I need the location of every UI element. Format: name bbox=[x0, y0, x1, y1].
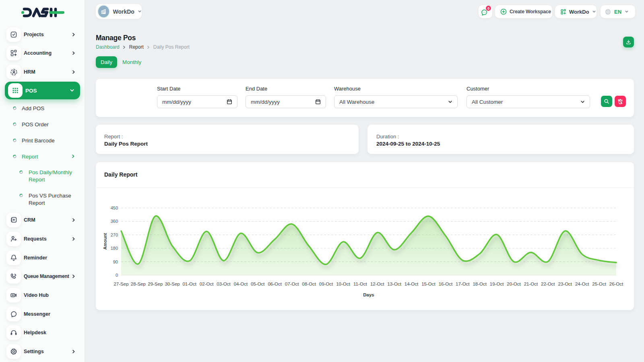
svg-text:24-Oct: 24-Oct bbox=[575, 282, 589, 286]
svg-text:01-Oct: 01-Oct bbox=[182, 282, 196, 286]
svg-text:23-Oct: 23-Oct bbox=[558, 282, 572, 286]
svg-text:04-Oct: 04-Oct bbox=[234, 282, 248, 286]
svg-text:21-Oct: 21-Oct bbox=[524, 282, 538, 286]
svg-text:18-Oct: 18-Oct bbox=[473, 282, 487, 286]
svg-text:450: 450 bbox=[111, 206, 118, 210]
svg-text:28-Sep: 28-Sep bbox=[131, 282, 146, 286]
svg-text:03-Oct: 03-Oct bbox=[217, 282, 231, 286]
svg-text:25-Oct: 25-Oct bbox=[592, 282, 606, 286]
svg-text:07-Oct: 07-Oct bbox=[285, 282, 299, 286]
svg-text:30-Sep: 30-Sep bbox=[165, 282, 180, 286]
svg-text:14-Oct: 14-Oct bbox=[405, 282, 419, 286]
svg-text:Amount: Amount bbox=[103, 233, 107, 250]
svg-text:13-Oct: 13-Oct bbox=[387, 282, 401, 286]
svg-text:27-Sep: 27-Sep bbox=[114, 282, 128, 286]
svg-text:29-Sep: 29-Sep bbox=[148, 282, 163, 286]
svg-text:16-Oct: 16-Oct bbox=[439, 282, 453, 286]
svg-text:08-Oct: 08-Oct bbox=[302, 282, 316, 286]
svg-text:180: 180 bbox=[111, 246, 118, 251]
svg-text:12-Oct: 12-Oct bbox=[370, 282, 384, 286]
svg-text:06-Oct: 06-Oct bbox=[268, 282, 282, 286]
svg-text:270: 270 bbox=[111, 232, 118, 237]
svg-text:15-Oct: 15-Oct bbox=[421, 282, 436, 286]
svg-text:26-Oct: 26-Oct bbox=[609, 282, 623, 286]
svg-text:17-Oct: 17-Oct bbox=[456, 282, 470, 286]
svg-text:09-Oct: 09-Oct bbox=[319, 282, 333, 286]
svg-text:Days: Days bbox=[363, 292, 374, 297]
svg-text:360: 360 bbox=[111, 219, 118, 224]
svg-text:20-Oct: 20-Oct bbox=[507, 282, 521, 286]
svg-text:22-Oct: 22-Oct bbox=[541, 282, 555, 286]
svg-text:11-Oct: 11-Oct bbox=[353, 282, 367, 286]
svg-text:19-Oct: 19-Oct bbox=[490, 282, 504, 286]
svg-text:0: 0 bbox=[116, 273, 118, 278]
svg-text:90: 90 bbox=[113, 259, 118, 264]
svg-text:10-Oct: 10-Oct bbox=[336, 282, 350, 286]
svg-text:05-Oct: 05-Oct bbox=[251, 282, 265, 286]
svg-text:02-Oct: 02-Oct bbox=[200, 282, 214, 286]
